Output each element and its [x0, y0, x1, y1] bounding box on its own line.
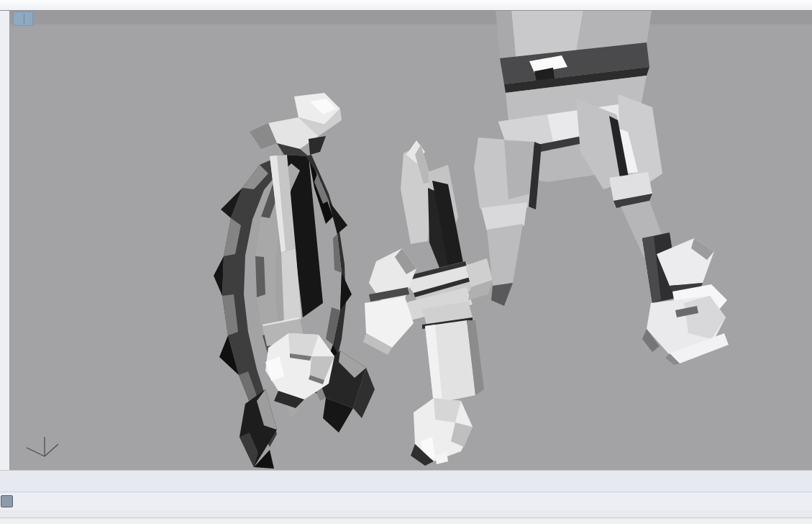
- disable-toggle-box[interactable]: [1, 495, 13, 507]
- viewport-title-dropdown[interactable]: [13, 12, 33, 26]
- model-canvas[interactable]: [10, 11, 812, 470]
- osnap-disable[interactable]: [1, 495, 17, 507]
- main-area: [0, 11, 812, 470]
- viewport-perspective[interactable]: [10, 11, 812, 470]
- model-lower-body-with-legs-and-sneaker[interactable]: [474, 11, 729, 365]
- axis-gizmo-icon: [15, 427, 65, 464]
- model-twin-braids-with-bow-and-fist[interactable]: [214, 93, 375, 469]
- status-divider: [0, 518, 812, 524]
- top-toolbar[interactable]: [0, 0, 812, 11]
- model-forearm-with-straps-shoe-and-fist[interactable]: [363, 140, 493, 466]
- status-bar-partial: [0, 510, 812, 524]
- rhino-window: [0, 0, 812, 524]
- view-tab-bar: [0, 470, 812, 492]
- osnap-bar: [0, 492, 812, 510]
- left-toolbar[interactable]: [0, 11, 10, 470]
- divider: [24, 14, 24, 24]
